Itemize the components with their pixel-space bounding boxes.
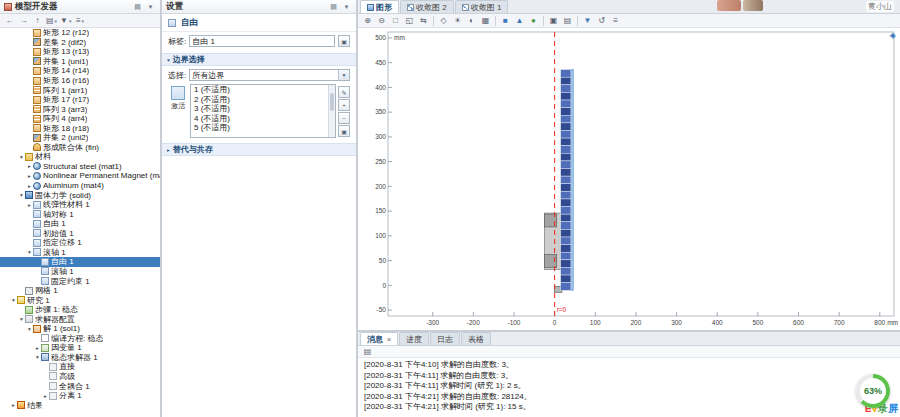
forward-icon[interactable]: → [17, 15, 30, 27]
expand-arrow-icon[interactable]: ▾ [18, 154, 25, 160]
back-icon[interactable]: ← [3, 15, 16, 27]
progress-tab[interactable]: 进度 [399, 332, 429, 345]
close-tab-icon[interactable]: × [387, 336, 391, 343]
tree-item[interactable]: ▾研究 1 [0, 295, 160, 305]
selection-list-item[interactable]: 4 (不适用) [191, 114, 335, 124]
go-to-default-view-icon[interactable]: ◇ [437, 15, 450, 27]
tree-item[interactable]: 网格 1 [0, 286, 160, 296]
tree-item[interactable]: 自由 1 [0, 219, 160, 229]
tree-item[interactable]: ▸线弹性材料 1 [0, 200, 160, 210]
expand-arrow-icon[interactable]: ▸ [42, 393, 49, 399]
select-domains-icon[interactable]: ■ [499, 15, 512, 27]
expand-arrow-icon[interactable]: ▾ [10, 297, 17, 303]
magnet-stack-cell[interactable] [561, 85, 571, 93]
speedup-ball[interactable]: 63% [856, 374, 890, 408]
active-toggle-button[interactable] [171, 86, 185, 100]
tree-item[interactable]: 指定位移 1 [0, 238, 160, 248]
magnet-stack-cell[interactable] [561, 92, 571, 100]
magnet-stack-cell[interactable] [561, 237, 571, 245]
panel-menu-icon[interactable]: ▾ [145, 1, 156, 12]
selection-list-scrollbar[interactable] [328, 85, 335, 137]
expand-arrow-icon[interactable]: ▾ [18, 316, 25, 322]
expand-arrow-icon[interactable]: ▸ [26, 183, 33, 189]
vertical-splitter[interactable] [160, 0, 162, 417]
magnet-stack-cell[interactable] [561, 191, 571, 199]
magnet-stack-cell[interactable] [561, 207, 571, 215]
section-override[interactable]: ▸ 替代与共存 [162, 143, 356, 156]
magnet-stack-cell[interactable] [561, 123, 571, 131]
tree-item[interactable]: 形成联合体 (fin) [0, 143, 160, 153]
magnet-stack-cell[interactable] [561, 108, 571, 116]
tree-item[interactable]: ▸Nonlinear Permanent Magnet (ma [0, 171, 160, 181]
magnet-stack-cell[interactable] [561, 161, 571, 169]
magnet-stack-cell[interactable] [561, 245, 571, 253]
expand-arrow-icon[interactable]: ▾ [34, 354, 41, 360]
selection-list-item[interactable]: 1 (不适用) [191, 85, 335, 95]
expand-arrow-icon[interactable]: ▸ [26, 173, 33, 179]
edit-selection-icon[interactable]: ✎ [338, 86, 350, 98]
selection-list-item[interactable]: 3 (不适用) [191, 104, 335, 114]
messages-tab[interactable]: 消息× [360, 332, 398, 345]
magnet-stack-cell[interactable] [561, 214, 571, 222]
tree-item[interactable]: ▾材料 [0, 152, 160, 162]
magnet-stack-cell[interactable] [561, 252, 571, 260]
magnet-stack-cell[interactable] [561, 229, 571, 237]
remove-selection-icon[interactable]: − [338, 112, 350, 124]
magnet-stack-cell[interactable] [561, 275, 571, 283]
expand-arrow-icon[interactable]: ▾ [26, 326, 33, 332]
filter-icon[interactable]: ▼▾ [59, 15, 72, 27]
magnet-stack-cell[interactable] [561, 184, 571, 192]
expand-arrow-icon[interactable]: ▾ [18, 192, 25, 198]
magnet-stack-cell[interactable] [561, 138, 571, 146]
magnet-stack-cell[interactable] [561, 199, 571, 207]
magnet-stack-cell[interactable] [561, 100, 571, 108]
settings-menu-icon[interactable]: ▤ [328, 1, 339, 12]
log-tab[interactable]: 日志 [430, 332, 460, 345]
magnet-stack-cell[interactable] [561, 115, 571, 123]
tree-item[interactable]: ▸分离 1 [0, 391, 160, 401]
convergence-plot-2-tab[interactable]: 收敛图 2 [400, 0, 454, 13]
image-snapshot-icon[interactable]: ▣ [547, 15, 560, 27]
magnet-stack-cell[interactable] [561, 77, 571, 85]
scene-menu-icon[interactable]: ≡ [609, 15, 622, 27]
move-up-icon[interactable]: ↑ [31, 15, 44, 27]
select-edges-icon[interactable]: ● [527, 15, 540, 27]
zoom-out-icon[interactable]: ⊖ [375, 15, 388, 27]
tree-item[interactable]: 轴对称 1 [0, 209, 160, 219]
scene-light-icon[interactable]: ☀ [451, 15, 464, 27]
dropdown-arrow-icon[interactable]: ▼ [338, 70, 349, 80]
zoom-box-icon[interactable]: ◱ [403, 15, 416, 27]
pan-icon[interactable]: ⇆ [417, 15, 430, 27]
expand-arrow-icon[interactable]: ▾ [26, 249, 33, 255]
convergence-plot-1-tab[interactable]: 收敛图 1 [455, 0, 509, 13]
expand-arrow-icon[interactable]: ▸ [34, 345, 41, 351]
tree-item[interactable]: ▸结果 [0, 400, 160, 410]
expand-arrow-icon[interactable]: ▸ [10, 402, 17, 408]
add-selection-icon[interactable]: + [338, 99, 350, 111]
selection-list-item[interactable]: 2 (不适用) [191, 95, 335, 105]
magnet-stack-cell[interactable] [561, 222, 571, 230]
magnet-stack-cell[interactable] [561, 146, 571, 154]
table-tab[interactable]: 表格 [461, 332, 491, 345]
transparency-icon[interactable]: ◐ [465, 15, 478, 27]
tree-item[interactable]: ▾滚轴 1 [0, 248, 160, 258]
magnet-stack-cell[interactable] [561, 70, 571, 78]
vertical-splitter[interactable] [356, 0, 358, 417]
tree-item[interactable]: 固定约束 1 [0, 276, 160, 286]
plot-settings-icon[interactable]: ◈ [890, 31, 896, 40]
reset-view-icon[interactable]: ↺ [595, 15, 608, 27]
scrollbar-thumb[interactable] [330, 93, 334, 111]
copy-selection-icon[interactable]: ▣ [338, 125, 350, 137]
magnet-stack-cell[interactable] [561, 153, 571, 161]
selection-list-item[interactable]: 5 (不适用) [191, 123, 335, 133]
section-boundary-selection[interactable]: ▾ 边界选择 [162, 53, 356, 66]
zoom-extents-icon[interactable]: □ [389, 15, 402, 27]
tree-item[interactable]: 直接 [0, 362, 160, 372]
magnet-stack-cell[interactable] [561, 283, 571, 291]
expand-arrow-icon[interactable]: ▸ [26, 202, 33, 208]
tree-item[interactable]: ▾求解器配置 [0, 314, 160, 324]
label-input[interactable]: 自由 1 [189, 35, 335, 47]
magnet-stack-cell[interactable] [561, 176, 571, 184]
model-tree-view-icon[interactable]: ▤▾ [45, 15, 58, 27]
zoom-in-icon[interactable]: ⊕ [361, 15, 374, 27]
